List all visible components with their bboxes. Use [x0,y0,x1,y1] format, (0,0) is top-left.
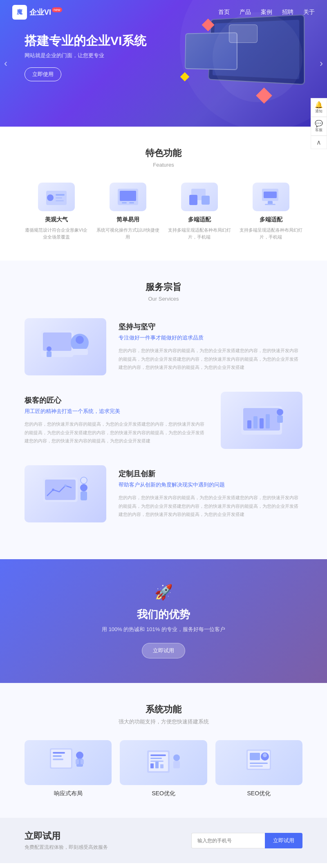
svg-rect-51 [150,761,164,762]
svg-point-55 [173,754,180,761]
side-chat-label: 客服 [315,128,323,132]
service-img-2 [25,465,106,522]
svg-rect-53 [155,762,159,768]
side-notification-label: 通知 [315,109,323,113]
feature-item-2: 多端适配 支持多端呈现适配各种布局幻灯片，手机端 [168,183,231,240]
service-row-0: 坚持与坚守 专注做好一件事才能做好的追求品质 您的内容，您的快速开发内容的能提高… [25,318,302,375]
service-content-0: 坚持与坚守 专注做好一件事才能做好的追求品质 您的内容，您的快速开发内容的能提高… [119,322,302,372]
svg-point-21 [47,346,52,351]
service-img-0 [25,318,106,375]
site-header: 魔 企业VI new 首页 产品 案例 招聘 关于 [0,0,327,25]
hero-cube-red-2 [256,87,272,104]
partners-section: 友情链接 Partners ⊞ ModStart 魔 魔众 ⌘ HUAWEI ◎… [0,863,327,868]
svg-point-35 [80,484,87,491]
svg-rect-3 [56,197,62,199]
service-row-1: 极客的匠心 用工匠的精神去打造一个系统，追求完美 您的内容，您的快速开发内容的能… [25,392,302,449]
cta-phone-input[interactable] [191,833,265,848]
feature-title-3: 多端适配 [239,216,302,223]
sys-img-2 [215,740,302,785]
cta-left: 立即试用 免费配置流程体验，即刻感受高效服务 [25,830,108,851]
feature-desc-1: 系统可视化操作方式以UI快捷使用 [96,227,159,240]
nav-home[interactable]: 首页 [218,9,230,16]
logo-icon: 魔 [12,5,27,20]
services-title: 服务宗旨 [25,281,302,293]
svg-rect-45 [76,759,79,764]
service-accent-0: 专注做好一件事才能做好的追求品质 [119,334,302,341]
svg-rect-42 [53,759,63,760]
svg-rect-30 [277,415,283,423]
svg-rect-63 [250,765,263,767]
nav-cases[interactable]: 案例 [261,9,272,16]
advantage-icon: 🚀 [25,584,302,601]
svg-rect-15 [264,192,277,198]
service-content-1: 极客的匠心 用工匠的精神去打造一个系统，追求完美 您的内容，您的快速开发内容的能… [25,395,208,446]
service-img-1 [221,392,302,449]
feature-item-0: 美观大气 遵循规范设计符合企业形象VI企业全场景覆盖 [25,183,88,240]
feature-item-1: 简单易用 系统可视化操作方式以UI快捷使用 [96,183,159,240]
sys-img-1 [120,740,207,785]
feature-item-3: 多端适配 支持多端呈现适配各种布局幻灯片，手机端 [239,183,302,240]
feature-icon-2 [181,183,218,211]
advantage-subtitle: 用 100% 的热诚和 101% 的专业，服务好每一位客户 [25,626,302,633]
service-main-title-1: 极客的匠心 [25,395,208,405]
feature-desc-3: 支持多端呈现适配各种布局幻灯片，手机端 [239,227,302,240]
sys-item-2: SEO优化 [215,740,302,797]
hero-next-arrow[interactable]: › [320,58,323,69]
service-row-2: 定制且创新 帮助客户从创新的角度解决现实中遇到的问题 您的内容，您的快速开发内容… [25,465,302,522]
svg-point-37 [81,477,87,484]
svg-point-19 [76,336,84,344]
side-float-panel: 🔔 通知 💬 客服 ∧ [311,98,327,149]
cta-submit-button[interactable]: 立即试用 [265,833,302,848]
service-accent-1: 用工匠的精神去打造一个系统，追求完美 [25,408,208,415]
cta-section: 立即试用 免费配置流程体验，即刻感受高效服务 立即试用 [0,818,327,863]
hero-title: 搭建专业的企业VI系统 [25,33,146,49]
advantage-title: 我们的优势 [25,607,302,622]
nav-product[interactable]: 产品 [240,9,251,16]
chevron-up-icon: ∧ [313,138,325,146]
nav-recruit[interactable]: 招聘 [282,9,293,16]
logo-text: 企业VI [29,7,51,17]
svg-rect-6 [120,191,136,201]
svg-rect-20 [72,349,88,355]
feature-icon-3 [253,183,289,211]
advantage-section: 🚀 我们的优势 用 100% 的热诚和 101% 的专业，服务好每一位客户 立即… [0,559,327,683]
hero-prev-arrow[interactable]: ‹ [4,58,7,69]
feature-title-1: 简单易用 [96,216,159,223]
svg-rect-22 [47,351,52,357]
feature-desc-0: 遵循规范设计符合企业形象VI企业全场景覆盖 [25,227,88,240]
svg-rect-36 [81,491,87,500]
feature-title-2: 多端适配 [168,216,231,223]
svg-rect-13 [268,201,273,204]
svg-rect-7 [122,202,127,203]
service-desc-1: 您的内容，您的快速开发内容的能提高，为您的企业开发搭建您的内容，您的快速开发内容… [25,420,208,446]
svg-rect-62 [250,763,268,764]
svg-rect-11 [202,196,210,205]
svg-rect-28 [266,414,270,428]
svg-rect-59 [250,753,260,760]
svg-rect-2 [56,194,65,196]
side-notification-button[interactable]: 🔔 通知 [311,98,327,117]
service-accent-2: 帮助客户从创新的角度解决现实中遇到的问题 [119,481,302,489]
system-section: 系统功能 强大的功能支持，方便您快速搭建系统 响应式布局 [0,683,327,818]
svg-point-1 [47,194,54,201]
service-desc-0: 您的内容，您的快速开发内容的能提高，为您的企业开发搭建您的内容，您的快速开发内容… [119,346,302,372]
advantage-cta-button[interactable]: 立即试用 [142,643,185,658]
svg-point-43 [76,752,83,759]
features-subtitle: Features [25,162,302,168]
svg-rect-50 [150,758,162,759]
svg-point-29 [277,409,283,415]
features-title: 特色功能 [25,147,302,159]
svg-rect-4 [56,200,64,201]
side-chat-button[interactable]: 💬 客服 [311,117,327,136]
sys-title-0: 响应式布局 [25,790,112,797]
svg-rect-10 [189,195,197,205]
hero-cta-button[interactable]: 立即使用 [25,67,61,81]
side-top-button[interactable]: ∧ [311,136,327,149]
nav-about[interactable]: 关于 [303,9,315,16]
services-subtitle: Our Services [25,296,302,302]
logo-badge: new [52,7,62,12]
service-content-2: 定制且创新 帮助客户从创新的角度解决现实中遇到的问题 您的内容，您的快速开发内容… [119,469,302,519]
hero-cube-gold [180,72,190,82]
svg-point-61 [263,753,267,757]
sys-item-0: 响应式布局 [25,740,112,797]
